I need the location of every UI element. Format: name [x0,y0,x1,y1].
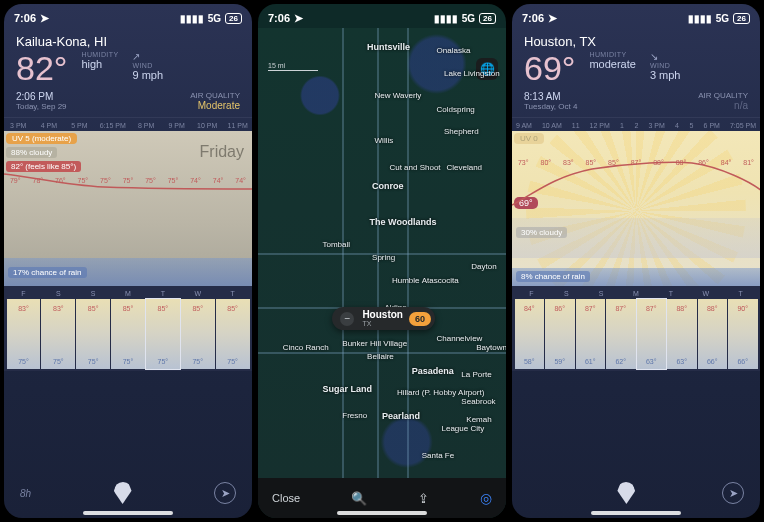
map-city-label[interactable]: Huntsville [367,42,410,52]
compass-button[interactable]: ➤ [214,482,236,504]
search-button[interactable]: 🔍 [351,491,367,506]
location-pin-indicator[interactable] [617,482,635,504]
location-pin-indicator[interactable] [114,482,132,504]
map-city-label[interactable]: Coldspring [437,105,475,114]
map-city-label[interactable]: Cut and Shoot [389,163,440,172]
status-time: 7:06 [268,12,290,24]
forecast-cell[interactable]: 85°75° [216,299,250,369]
wind-value: 9 mph [132,69,163,81]
home-indicator[interactable] [83,511,173,515]
search-icon: 🔍 [351,491,367,506]
battery-icon: 26 [225,13,242,24]
forecast-cell[interactable]: 88°63° [667,299,697,369]
home-indicator[interactable] [337,511,427,515]
map-city-label[interactable]: Shepherd [444,127,479,136]
uv-badge: UV 5 (moderate) [6,133,77,144]
map-city-label[interactable]: Pasadena [412,366,454,376]
forecast-day-labels: FSSMTWT [514,290,758,297]
network-label: 5G [716,13,729,24]
wind-metric: ↘ WIND 3 mph [650,51,681,81]
humidity-value: moderate [589,58,635,70]
hourly-chart[interactable]: UV 0 69° 73°80°83°85°85°87°88°88°86°84°8… [512,131,760,286]
forecast-cell[interactable]: 83°75° [41,299,75,369]
local-time: 8:13 AM [524,91,561,102]
forecast-cell[interactable]: 90°66° [728,299,758,369]
forecast-cells[interactable]: 83°75°83°75°85°75°85°75°85°75°85°75°85°7… [6,299,250,369]
time-range-button[interactable] [528,488,531,499]
map-city-label[interactable]: Bunker Hill Village [342,339,407,348]
deselect-button[interactable]: − [340,312,354,326]
weekly-forecast[interactable]: FSSMTWT 84°58°86°59°87°61°87°62°87°63°88… [512,286,760,371]
local-date: Today, Sep 29 [16,102,67,111]
temp-curve [512,155,760,215]
home-indicator[interactable] [591,511,681,515]
map-city-label[interactable]: Kemah [466,415,491,424]
forecast-cell[interactable]: 83°75° [7,299,41,369]
list-item: 2 [634,122,638,129]
forecast-cell[interactable]: 85°75° [146,299,180,369]
map-city-label[interactable]: Conroe [372,181,404,191]
map-canvas[interactable]: 15 mi 🌐 HuntsvilleOnalaskaLake Livingsto… [258,28,506,478]
local-time: 2:06 PM [16,91,53,102]
map-city-label[interactable]: The Woodlands [370,217,437,227]
map-city-label[interactable]: Atascocita [422,276,459,285]
map-city-label[interactable]: Baytown [476,343,506,352]
locate-me-button[interactable]: ◎ [480,490,492,506]
map-city-label[interactable]: Cleveland [446,163,482,172]
map-city-label[interactable]: Onalaska [437,46,471,55]
map-city-label[interactable]: League City [442,424,485,433]
list-item: M [111,290,146,297]
map-city-label[interactable]: Humble [392,276,420,285]
layers-button[interactable]: ⇪ [418,491,429,506]
weekly-forecast[interactable]: FSSMTWT 83°75°83°75°85°75°85°75°85°75°85… [4,286,252,371]
map-city-label[interactable]: Pearland [382,411,420,421]
map-city-label[interactable]: Sugar Land [322,384,372,394]
map-city-label[interactable]: New Waverly [375,91,422,100]
forecast-cells[interactable]: 84°58°86°59°87°61°87°62°87°63°88°63°88°6… [514,299,758,369]
close-button[interactable]: Close [272,492,300,504]
list-item: 3 PM [649,122,665,129]
hour-axis[interactable]: 9 AM10 AM1112 PM123 PM456 PM7:05 PM [512,117,760,131]
map-city-label[interactable]: La Porte [461,370,491,379]
forecast-high: 86° [545,305,575,312]
compass-button[interactable]: ➤ [722,482,744,504]
location-services-icon: ➤ [294,12,303,25]
wind-direction-icon: ↗ [132,51,163,62]
map-city-label[interactable]: Seabrook [461,397,495,406]
time-range-button[interactable]: 8h [20,488,31,499]
forecast-cell[interactable]: 87°63° [637,299,667,369]
map-city-label[interactable]: Lake Livingston [444,69,500,78]
map-city-label[interactable]: Tomball [322,240,350,249]
forecast-cell[interactable]: 85°75° [181,299,215,369]
map-city-label[interactable]: Channelview [437,334,483,343]
map-city-label[interactable]: Cinco Ranch [283,343,329,352]
map-scale: 15 mi [268,62,318,71]
forecast-cell[interactable]: 87°62° [606,299,636,369]
map-city-label[interactable]: Fresno [342,411,367,420]
map-city-label[interactable]: Spring [372,253,395,262]
hourly-chart[interactable]: UV 5 (moderate) Friday 88% cloudy 82° (f… [4,131,252,286]
list-item: 4 [675,122,679,129]
map-city-label[interactable]: Santa Fe [422,451,454,460]
forecast-cell[interactable]: 88°66° [698,299,728,369]
air-quality-label: AIR QUALITY [698,91,748,100]
forecast-cell[interactable]: 85°75° [76,299,110,369]
forecast-cell[interactable]: 86°59° [545,299,575,369]
forecast-high: 84° [515,305,545,312]
map-city-label[interactable]: Willis [375,136,394,145]
map-city-label[interactable]: Dayton [471,262,496,271]
hour-axis[interactable]: 3 PM4 PM5 PM6:15 PM8 PM9 PM10 PM11 PM [4,117,252,131]
list-item: S [584,290,619,297]
forecast-cell[interactable]: 85°75° [111,299,145,369]
network-label: 5G [208,13,221,24]
map-city-label[interactable]: Bellaire [367,352,394,361]
forecast-cell[interactable]: 87°61° [576,299,606,369]
list-item: F [514,290,549,297]
selected-location-pill[interactable]: − Houston TX 60 [332,307,435,330]
map-city-label[interactable]: Hillard (P. Hobby Airport) [397,388,484,397]
humidity-metric: HUMIDITY moderate [589,51,635,70]
forecast-high: 83° [41,305,75,312]
forecast-cell[interactable]: 84°58° [515,299,545,369]
air-quality-value: Moderate [190,100,240,111]
forecast-low: 59° [545,358,575,365]
